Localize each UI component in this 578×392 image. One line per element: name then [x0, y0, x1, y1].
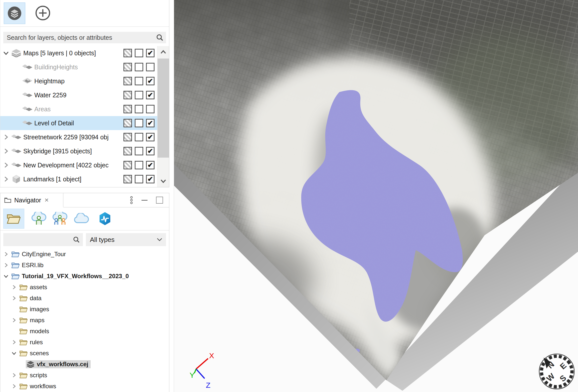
layer-lock-checkbox[interactable] [123, 49, 132, 57]
file-item[interactable]: vfx_workflows.cej [26, 360, 91, 368]
file-item[interactable]: Tutorial_19_VFX_Workflows__2023_0 [11, 272, 131, 280]
chevron-icon[interactable] [11, 350, 17, 356]
layer-row[interactable]: Maps [5 layers | 0 objects] ✔ [0, 46, 157, 60]
chevron-icon[interactable] [3, 134, 9, 140]
layer-visible-checkbox[interactable]: ✔ [146, 161, 155, 169]
chevron-icon[interactable] [3, 251, 9, 257]
file-item[interactable]: CityEngine_Tour [11, 250, 68, 258]
layer-lock-checkbox[interactable] [123, 119, 132, 127]
layer-row[interactable]: Heightmap ✔ [0, 74, 157, 88]
maximize-button[interactable] [155, 195, 165, 205]
file-item[interactable]: assets [19, 283, 50, 291]
layer-select-checkbox[interactable] [135, 175, 143, 183]
file-item[interactable]: ESRI.lib [11, 261, 46, 269]
type-filter-select[interactable]: All types [86, 233, 166, 246]
close-icon[interactable]: × [45, 196, 49, 204]
layer-row[interactable]: BuildingHeights [0, 60, 157, 74]
layer-row[interactable]: Streetnetwork 2259 [93094 obj ✔ [0, 130, 157, 144]
layer-visible-checkbox[interactable] [146, 63, 155, 71]
layer-lock-checkbox[interactable] [123, 175, 132, 183]
viewport-3d[interactable]: X Y Z N E S W [174, 0, 578, 392]
file-item[interactable]: data [19, 294, 44, 302]
layer-search-input[interactable]: Search for layers, objects or attributes [3, 32, 166, 43]
layer-visible-checkbox[interactable]: ✔ [146, 77, 155, 85]
tab-navigator[interactable]: Navigator × [0, 193, 63, 207]
scroll-up-button[interactable] [158, 46, 169, 58]
chevron-icon[interactable] [11, 317, 17, 323]
layer-select-checkbox[interactable] [135, 147, 143, 155]
chevron-icon[interactable] [11, 372, 17, 378]
layer-visible-checkbox[interactable]: ✔ [146, 175, 155, 183]
chevron-icon[interactable] [3, 50, 9, 56]
file-tree-row[interactable]: maps [0, 315, 169, 326]
chevron-icon[interactable] [3, 273, 9, 279]
scroll-down-button[interactable] [158, 175, 169, 187]
minimize-button[interactable] [139, 195, 150, 205]
layer-visible-checkbox[interactable]: ✔ [146, 119, 155, 127]
layer-row[interactable]: Areas [0, 102, 157, 116]
layer-lock-checkbox[interactable] [123, 161, 132, 169]
layer-select-checkbox[interactable] [135, 49, 143, 57]
file-tree-row[interactable]: CityEngine_Tour [0, 249, 169, 260]
layer-row[interactable]: Skybridge [3915 objects] ✔ [0, 144, 157, 158]
file-tree-row[interactable]: scenes [0, 348, 169, 359]
layer-view-button[interactable] [4, 3, 25, 24]
chevron-icon[interactable] [3, 148, 9, 154]
layer-lock-checkbox[interactable] [123, 147, 132, 155]
file-tree-row[interactable]: images [0, 304, 169, 315]
layer-lock-checkbox[interactable] [123, 77, 132, 85]
layer-visible-checkbox[interactable]: ✔ [146, 91, 155, 99]
file-tree-row[interactable]: assets [0, 282, 169, 293]
cloud-button[interactable] [71, 209, 92, 229]
file-item[interactable]: workflows [19, 382, 59, 390]
layer-select-checkbox[interactable] [135, 77, 143, 85]
file-tree-row[interactable]: Tutorial_19_VFX_Workflows__2023_0 [0, 271, 169, 282]
layer-select-checkbox[interactable] [135, 119, 143, 127]
chevron-icon[interactable] [3, 262, 9, 268]
workspace-files-button[interactable] [3, 209, 24, 229]
file-item[interactable]: scripts [19, 371, 50, 379]
file-tree-row[interactable]: workflows [0, 381, 169, 392]
layer-lock-checkbox[interactable] [123, 105, 132, 113]
layer-lock-checkbox[interactable] [123, 91, 132, 99]
layer-select-checkbox[interactable] [135, 91, 143, 99]
layer-row[interactable]: Level of Detail ✔ [0, 116, 157, 130]
layer-select-checkbox[interactable] [135, 63, 143, 71]
scrollbar-thumb[interactable] [158, 59, 169, 158]
file-item[interactable]: rules [19, 338, 45, 346]
file-tree-row[interactable]: data [0, 293, 169, 304]
cloud-team-button[interactable] [49, 209, 70, 229]
layer-visible-checkbox[interactable]: ✔ [146, 133, 155, 141]
add-layer-button[interactable] [32, 3, 53, 24]
file-item[interactable]: images [19, 305, 52, 313]
chevron-icon[interactable] [3, 176, 9, 182]
chevron-icon[interactable] [11, 284, 17, 290]
file-search-input[interactable] [3, 233, 83, 246]
layer-row[interactable]: Water 2259 ✔ [0, 88, 157, 102]
layer-select-checkbox[interactable] [135, 133, 143, 141]
layer-lock-checkbox[interactable] [123, 63, 132, 71]
file-tree-row[interactable]: ESRI.lib [0, 260, 169, 271]
chevron-icon[interactable] [3, 162, 9, 168]
layer-row[interactable]: Landmarks [1 object] ✔ [0, 172, 157, 186]
file-item[interactable]: models [19, 327, 52, 335]
file-tree-row[interactable]: models [0, 326, 169, 337]
chevron-icon[interactable] [11, 339, 17, 345]
layer-lock-checkbox[interactable] [123, 133, 132, 141]
cloud-user-button[interactable] [28, 209, 49, 229]
chevron-icon[interactable] [11, 383, 17, 389]
chevron-icon[interactable] [11, 295, 17, 301]
file-tree-row[interactable]: scripts [0, 370, 169, 381]
layer-visible-checkbox[interactable] [146, 105, 155, 113]
layer-select-checkbox[interactable] [135, 105, 143, 113]
layer-row[interactable]: New Development [4022 objec ✔ [0, 158, 157, 172]
view-menu-button[interactable] [126, 195, 136, 205]
file-tree-row[interactable]: rules [0, 337, 169, 348]
arcgis-online-button[interactable] [94, 209, 115, 229]
file-tree-row[interactable]: vfx_workflows.cej [0, 359, 169, 370]
file-item[interactable]: maps [19, 316, 47, 324]
layer-visible-checkbox[interactable]: ✔ [146, 49, 155, 57]
layer-select-checkbox[interactable] [135, 161, 143, 169]
file-item[interactable]: scenes [19, 349, 51, 357]
layer-visible-checkbox[interactable]: ✔ [146, 147, 155, 155]
